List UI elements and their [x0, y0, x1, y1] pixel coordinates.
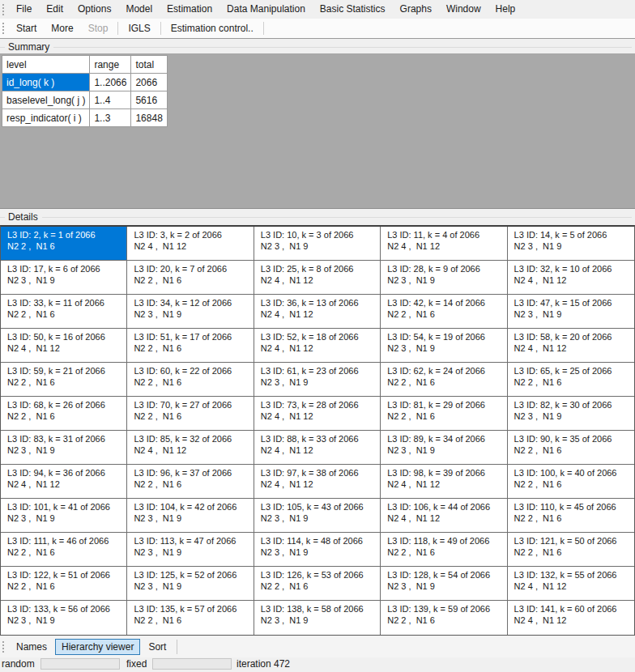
hierarchy-cell[interactable]: L3 ID: 65, k = 25 of 2066N2 2 , N1 6 — [508, 363, 634, 397]
summary-row-id-long-k[interactable]: id_long( k )1..20662066 — [2, 74, 168, 91]
cell-line1: L3 ID: 104, k = 42 of 2066 — [134, 501, 251, 513]
summary-cell-total[interactable]: 2066 — [131, 74, 167, 91]
hierarchy-cell[interactable]: L3 ID: 104, k = 42 of 2066N2 3 , N1 9 — [127, 499, 254, 533]
hierarchy-cell[interactable]: L3 ID: 62, k = 24 of 2066N2 2 , N1 6 — [381, 363, 507, 397]
hierarchy-cell[interactable]: L3 ID: 14, k = 5 of 2066N2 3 , N1 9 — [508, 227, 634, 261]
hierarchy-cell[interactable]: L3 ID: 52, k = 18 of 2066N2 4 , N1 12 — [254, 329, 381, 363]
menu-window[interactable]: Window — [439, 0, 488, 19]
summary-row-baselevel-long-j[interactable]: baselevel_long( j )1..45616 — [2, 91, 168, 109]
hierarchy-cell[interactable]: L3 ID: 125, k = 52 of 2066N2 3 , N1 9 — [127, 567, 254, 601]
toolbar-start[interactable]: Start — [9, 23, 44, 34]
hierarchy-cell[interactable]: L3 ID: 135, k = 57 of 2066N2 2 , N1 6 — [127, 601, 254, 635]
random-progress-field — [40, 658, 120, 670]
hierarchy-cell[interactable]: L3 ID: 68, k = 26 of 2066N2 2 , N1 6 — [1, 397, 127, 431]
summary-cell-range[interactable]: 1..2066 — [90, 74, 131, 91]
hierarchy-cell[interactable]: L3 ID: 105, k = 43 of 2066N2 3 , N1 9 — [254, 499, 381, 533]
hierarchy-cell[interactable]: L3 ID: 133, k = 56 of 2066N2 3 , N1 9 — [1, 601, 127, 635]
cell-line1: L3 ID: 118, k = 49 of 2066 — [387, 535, 505, 547]
hierarchy-cell[interactable]: L3 ID: 98, k = 39 of 2066N2 4 , N1 12 — [381, 465, 507, 499]
cell-line2: N2 4 , N1 12 — [7, 478, 125, 490]
hierarchy-cell[interactable]: L3 ID: 100, k = 40 of 2066N2 2 , N1 6 — [508, 465, 634, 499]
hierarchy-cell[interactable]: L3 ID: 28, k = 9 of 2066N2 3 , N1 9 — [381, 261, 507, 295]
hierarchy-cell[interactable]: L3 ID: 61, k = 23 of 2066N2 3 , N1 9 — [254, 363, 381, 397]
hierarchy-cell[interactable]: L3 ID: 139, k = 59 of 2066N2 2 , N1 6 — [381, 601, 507, 635]
cell-line2: N2 3 , N1 9 — [514, 308, 633, 320]
hierarchy-cell[interactable]: L3 ID: 73, k = 28 of 2066N2 4 , N1 12 — [254, 397, 381, 431]
hierarchy-cell[interactable]: L3 ID: 121, k = 50 of 2066N2 2 , N1 6 — [508, 533, 634, 567]
hierarchy-cell[interactable]: L3 ID: 88, k = 33 of 2066N2 4 , N1 12 — [254, 431, 381, 465]
cell-line1: L3 ID: 128, k = 54 of 2066 — [387, 569, 505, 581]
toolbar-estimation-control[interactable]: Estimation control.. — [164, 23, 261, 34]
hierarchy-cell[interactable]: L3 ID: 118, k = 49 of 2066N2 2 , N1 6 — [381, 533, 507, 567]
tab-names[interactable]: Names — [10, 639, 53, 655]
hierarchy-cell[interactable]: L3 ID: 60, k = 22 of 2066N2 2 , N1 6 — [127, 363, 254, 397]
hierarchy-cell[interactable]: L3 ID: 54, k = 19 of 2066N2 3 , N1 9 — [381, 329, 507, 363]
hierarchy-cell[interactable]: L3 ID: 89, k = 34 of 2066N2 3 , N1 9 — [381, 431, 507, 465]
hierarchy-cell[interactable]: L3 ID: 10, k = 3 of 2066N2 3 , N1 9 — [254, 227, 381, 261]
hierarchy-cell[interactable]: L3 ID: 82, k = 30 of 2066N2 3 , N1 9 — [508, 397, 634, 431]
cell-line2: N2 2 , N1 6 — [7, 376, 125, 388]
hierarchy-cell[interactable]: L3 ID: 106, k = 44 of 2066N2 4 , N1 12 — [381, 499, 507, 533]
hierarchy-cell[interactable]: L3 ID: 51, k = 17 of 2066N2 2 , N1 6 — [127, 329, 254, 363]
summary-cell-level[interactable]: id_long( k ) — [2, 74, 90, 91]
summary-cell-range[interactable]: 1..4 — [90, 91, 131, 109]
menu-file[interactable]: File — [9, 0, 39, 19]
hierarchy-cell[interactable]: L3 ID: 20, k = 7 of 2066N2 2 , N1 6 — [127, 261, 254, 295]
hierarchy-cell[interactable]: L3 ID: 132, k = 55 of 2066N2 4 , N1 12 — [508, 567, 634, 601]
summary-row-resp-indicator-i[interactable]: resp_indicator( i )1..316848 — [2, 109, 168, 127]
summary-cell-level[interactable]: resp_indicator( i ) — [2, 109, 90, 127]
menu-graphs[interactable]: Graphs — [393, 0, 439, 19]
summary-cell-range[interactable]: 1..3 — [90, 109, 131, 127]
hierarchy-cell[interactable]: L3 ID: 2, k = 1 of 2066N2 2 , N1 6 — [1, 227, 127, 261]
toolbar-more[interactable]: More — [44, 23, 80, 34]
hierarchy-cell[interactable]: L3 ID: 17, k = 6 of 2066N2 3 , N1 9 — [1, 261, 127, 295]
hierarchy-cell[interactable]: L3 ID: 101, k = 41 of 2066N2 3 , N1 9 — [1, 499, 127, 533]
hierarchy-cell[interactable]: L3 ID: 97, k = 38 of 2066N2 4 , N1 12 — [254, 465, 381, 499]
hierarchy-cell[interactable]: L3 ID: 110, k = 45 of 2066N2 2 , N1 6 — [508, 499, 634, 533]
menu-edit[interactable]: Edit — [39, 0, 70, 19]
summary-cell-total[interactable]: 16848 — [131, 109, 167, 127]
cell-line2: N2 4 , N1 12 — [514, 274, 633, 286]
cell-line1: L3 ID: 2, k = 1 of 2066 — [7, 229, 125, 240]
hierarchy-cell[interactable]: L3 ID: 83, k = 31 of 2066N2 3 , N1 9 — [1, 431, 127, 465]
hierarchy-cell[interactable]: L3 ID: 34, k = 12 of 2066N2 3 , N1 9 — [127, 295, 254, 329]
hierarchy-cell[interactable]: L3 ID: 36, k = 13 of 2066N2 4 , N1 12 — [254, 295, 381, 329]
hierarchy-cell[interactable]: L3 ID: 96, k = 37 of 2066N2 2 , N1 6 — [127, 465, 254, 499]
cell-line2: N2 4 , N1 12 — [261, 444, 378, 456]
summary-cell-total[interactable]: 5616 — [131, 91, 167, 109]
menu-basic-statistics[interactable]: Basic Statistics — [313, 0, 393, 19]
hierarchy-cell[interactable]: L3 ID: 70, k = 27 of 2066N2 2 , N1 6 — [127, 397, 254, 431]
menu-data-manipulation[interactable]: Data Manipulation — [219, 0, 313, 19]
menu-help[interactable]: Help — [488, 0, 523, 19]
hierarchy-cell[interactable]: L3 ID: 111, k = 46 of 2066N2 2 , N1 6 — [1, 533, 127, 567]
menu-estimation[interactable]: Estimation — [160, 0, 219, 19]
tab-hierarchy-viewer[interactable]: Hierarchy viewer — [55, 639, 140, 655]
hierarchy-cell[interactable]: L3 ID: 122, k = 51 of 2066N2 2 , N1 6 — [1, 567, 127, 601]
menu-options[interactable]: Options — [70, 0, 118, 19]
hierarchy-cell[interactable]: L3 ID: 85, k = 32 of 2066N2 4 , N1 12 — [127, 431, 254, 465]
hierarchy-cell[interactable]: L3 ID: 3, k = 2 of 2066N2 4 , N1 12 — [127, 227, 254, 261]
hierarchy-cell[interactable]: L3 ID: 25, k = 8 of 2066N2 4 , N1 12 — [254, 261, 381, 295]
hierarchy-cell[interactable]: L3 ID: 114, k = 48 of 2066N2 3 , N1 9 — [254, 533, 381, 567]
hierarchy-cell[interactable]: L3 ID: 81, k = 29 of 2066N2 2 , N1 6 — [381, 397, 507, 431]
summary-cell-level[interactable]: baselevel_long( j ) — [2, 91, 90, 109]
hierarchy-cell[interactable]: L3 ID: 33, k = 11 of 2066N2 2 , N1 6 — [1, 295, 127, 329]
hierarchy-cell[interactable]: L3 ID: 94, k = 36 of 2066N2 4 , N1 12 — [1, 465, 127, 499]
hierarchy-cell[interactable]: L3 ID: 11, k = 4 of 2066N2 4 , N1 12 — [381, 227, 507, 261]
hierarchy-cell[interactable]: L3 ID: 59, k = 21 of 2066N2 2 , N1 6 — [1, 363, 127, 397]
hierarchy-cell[interactable]: L3 ID: 50, k = 16 of 2066N2 4 , N1 12 — [1, 329, 127, 363]
hierarchy-cell[interactable]: L3 ID: 32, k = 10 of 2066N2 4 , N1 12 — [508, 261, 634, 295]
cell-line1: L3 ID: 81, k = 29 of 2066 — [387, 399, 505, 410]
tab-sort[interactable]: Sort — [142, 639, 173, 655]
hierarchy-cell[interactable]: L3 ID: 42, k = 14 of 2066N2 2 , N1 6 — [381, 295, 507, 329]
hierarchy-cell[interactable]: L3 ID: 58, k = 20 of 2066N2 4 , N1 12 — [508, 329, 634, 363]
toolbar-igls[interactable]: IGLS — [121, 23, 157, 34]
hierarchy-cell[interactable]: L3 ID: 128, k = 54 of 2066N2 3 , N1 9 — [381, 567, 507, 601]
hierarchy-cell[interactable]: L3 ID: 47, k = 15 of 2066N2 3 , N1 9 — [508, 295, 634, 329]
hierarchy-cell[interactable]: L3 ID: 138, k = 58 of 2066N2 3 , N1 9 — [254, 601, 381, 635]
hierarchy-cell[interactable]: L3 ID: 141, k = 60 of 2066N2 4 , N1 12 — [508, 601, 634, 635]
hierarchy-cell[interactable]: L3 ID: 113, k = 47 of 2066N2 3 , N1 9 — [127, 533, 254, 567]
hierarchy-cell[interactable]: L3 ID: 90, k = 35 of 2066N2 2 , N1 6 — [508, 431, 634, 465]
hierarchy-cell[interactable]: L3 ID: 126, k = 53 of 2066N2 2 , N1 6 — [254, 567, 381, 601]
menu-model[interactable]: Model — [118, 0, 160, 19]
